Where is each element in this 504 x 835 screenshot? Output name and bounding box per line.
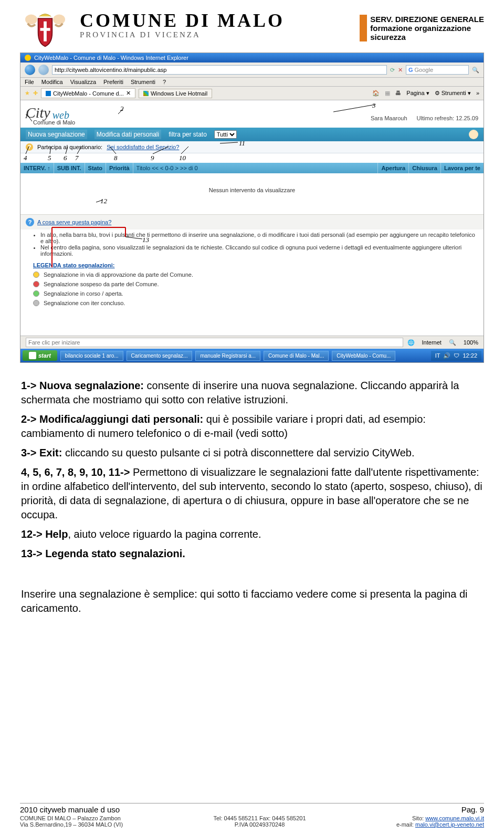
para-2-bold: 2-> Modifica/aggiungi dati personali: <box>21 413 203 425</box>
para-4: 4, 5, 6, 7, 8, 9, 10, 11-> Permettono di… <box>21 465 483 522</box>
callout-9: 9 <box>151 154 154 162</box>
footer-manual-title: 2010 cityweb manuale d uso <box>20 805 120 814</box>
exit-button[interactable] <box>469 130 478 139</box>
more-icon[interactable]: » <box>476 90 479 97</box>
col-stato[interactable]: Stato <box>85 163 107 173</box>
col-interv[interactable]: INTERV. ↑ <box>20 163 54 173</box>
poll-question[interactable]: Sei soddisfatto del Servizio? <box>107 144 179 150</box>
callout-8: 8 <box>114 154 118 162</box>
final-paragraph: Inserire una segnalazione è semplice: qu… <box>21 587 483 615</box>
para-1-bold: 1-> Nuova segnalazione: <box>21 380 144 391</box>
tray-volume-icon[interactable]: 🔊 <box>443 352 450 359</box>
home-icon[interactable]: 🏠 <box>372 90 380 97</box>
col-chiusura[interactable]: Chiusura <box>409 163 441 173</box>
internet-zone-icon: 🌐 <box>407 339 415 346</box>
para-12: 12-> Help, aiuto veloce riguardo la pagi… <box>21 527 483 541</box>
footer-tel: Tel: 0445 585211 Fax: 0445 585201 <box>213 815 306 821</box>
help-link[interactable]: A cosa serve questa pagina? <box>37 219 111 225</box>
taskbar-item-2[interactable]: Caricamento segnalaz... <box>127 351 193 361</box>
help-icon[interactable]: ? <box>26 218 34 226</box>
ie-statusbar: 🌐 Internet 🔍 100% <box>20 336 484 349</box>
taskbar-item-3[interactable]: manuale Registrarsi a... <box>195 351 260 361</box>
tray-shield-icon[interactable]: 🛡 <box>454 352 459 359</box>
filter-label: filtra per stato <box>169 131 207 138</box>
ie-address-bar: ⟳ ✕ G Google 🔍 <box>20 62 484 78</box>
taskbar-item-1[interactable]: bilancio sociale 1 aro... <box>60 351 123 361</box>
dept-line3: sicurezza <box>370 33 484 41</box>
tab-label: CityWebMalo - Comune d... <box>53 90 124 97</box>
municipal-crest <box>20 9 70 49</box>
forward-button[interactable] <box>38 65 49 75</box>
para-12-text: , aiuto veloce riguardo la pagina corren… <box>68 528 261 540</box>
para-3-bold: 3-> Exit: <box>21 447 62 458</box>
col-priorita[interactable]: Priorità <box>106 163 133 173</box>
help-bullet-1: In alto, nella barra blu, trovi i pulsan… <box>40 232 478 244</box>
col-lavora[interactable]: Lavora per te <box>441 163 484 173</box>
browser-tab-cityweb[interactable]: CityWebMalo - Comune d... ✕ <box>41 88 135 98</box>
col-subint[interactable]: SUB INT. <box>54 163 85 173</box>
para-13-bold: 13-> Legenda stato segnalazioni. <box>21 548 185 559</box>
help-body: In alto, nella barra blu, trovi i pulsan… <box>20 229 484 315</box>
footer-addr-2: Via S.Bernardino,19 – 36034 MALO (VI) <box>20 821 123 828</box>
taskbar-item-4[interactable]: Comune di Malo - Mal... <box>264 351 329 361</box>
page-menu[interactable]: Pagina ▾ <box>406 90 429 97</box>
main-title: COMUNE DI MALO <box>80 9 350 32</box>
start-button[interactable]: start <box>23 350 57 361</box>
zone-label: Internet <box>422 339 442 346</box>
poll-label: Partecipa al questionario: <box>37 144 102 150</box>
callout-12: 12 <box>100 197 107 205</box>
windows-taskbar: start bilancio sociale 1 aro... Caricame… <box>20 349 484 362</box>
last-refresh: Ultimo refresh: 12.25.09 <box>417 115 478 121</box>
zoom-value: 100% <box>464 339 478 346</box>
menu-view[interactable]: Visualizza <box>70 79 96 85</box>
back-button[interactable] <box>25 65 35 75</box>
search-go-icon[interactable]: 🔍 <box>472 67 479 74</box>
footer-site-link[interactable]: www.comune.malo.vi.it <box>425 815 484 821</box>
callout-1: 1 <box>25 112 28 120</box>
legend-row-2: Segnalazione sospeso da parte del Comune… <box>33 281 478 287</box>
callout-2: 2 <box>120 105 124 113</box>
zoom-icon[interactable]: 🔍 <box>449 339 456 346</box>
filter-select[interactable]: Tutti <box>214 130 237 139</box>
callout-4: 4 <box>24 154 27 162</box>
dot-green-icon <box>33 290 39 297</box>
browser-search-box[interactable]: G Google <box>406 65 469 75</box>
status-input[interactable] <box>26 338 403 347</box>
url-input[interactable] <box>52 65 387 75</box>
callout-6: 6 <box>64 154 67 162</box>
para-4-bold: 4, 5, 6, 7, 8, 9, 10, 11-> <box>21 466 130 478</box>
refresh-icon[interactable]: ⟳ <box>390 67 395 74</box>
legend-title: LEGENDA stato segnalazioni: <box>33 262 478 268</box>
tray-clock: 12:22 <box>463 352 477 359</box>
menu-tools[interactable]: Strumenti <box>131 79 155 85</box>
print-icon[interactable]: 🖶 <box>395 90 401 97</box>
col-apertura[interactable]: Apertura <box>378 163 409 173</box>
browser-tab-hotmail[interactable]: Windows Live Hotmail <box>139 89 212 98</box>
close-icon[interactable]: ✕ <box>126 90 131 97</box>
legend-row-3: Segnalazione in corso / aperta. <box>33 290 478 297</box>
favorites-add-icon[interactable]: ✚ <box>33 90 38 97</box>
dept-line2: formazione organizzazione <box>370 24 484 33</box>
user-name: Sara Maarouh <box>371 115 407 121</box>
stop-icon[interactable]: ✕ <box>398 67 403 74</box>
modifica-dati-button[interactable]: Modifica dati personali <box>94 130 161 139</box>
document-body: 1-> Nuova segnalazione: consente di inse… <box>20 379 484 615</box>
callout-7: 7 <box>75 154 79 162</box>
ie-icon <box>25 55 31 61</box>
callout-13: 13 <box>142 236 149 244</box>
dot-grey-icon <box>33 300 39 306</box>
rss-icon[interactable]: ▦ <box>385 90 390 97</box>
col-titolo[interactable]: Titolo << < 0-0 > >> di 0 <box>133 163 379 173</box>
footer-site-label: Sito: <box>412 815 425 821</box>
menu-file[interactable]: File <box>25 79 34 85</box>
page-number: Pag. 9 <box>461 805 484 814</box>
menu-edit[interactable]: Modifica <box>41 79 63 85</box>
tools-menu[interactable]: ⚙ Strumenti ▾ <box>435 90 471 97</box>
nuova-segnalazione-button[interactable]: Nuova segnalazione <box>26 130 87 139</box>
para-1: 1-> Nuova segnalazione: consente di inse… <box>21 379 483 407</box>
menu-fav[interactable]: Preferiti <box>103 79 123 85</box>
taskbar-item-5[interactable]: CityWebMalo - Comu... <box>332 351 395 361</box>
menu-help[interactable]: ? <box>163 79 166 85</box>
favorites-star-icon[interactable]: ★ <box>25 90 30 97</box>
footer-email-link[interactable]: malo.vi@cert.ip-veneto.net <box>415 821 484 828</box>
